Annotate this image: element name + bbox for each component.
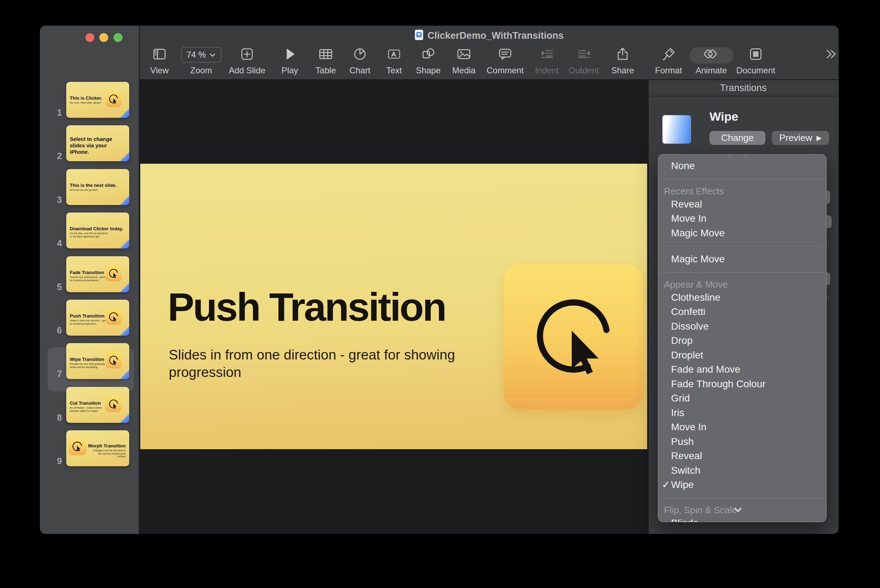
shape-icon bbox=[420, 46, 436, 64]
outdent-icon bbox=[576, 46, 592, 64]
slide-thumbnail-1[interactable]: This is Clicker.No more "Next slide, ple… bbox=[66, 82, 129, 118]
menu-item-none[interactable]: None bbox=[658, 159, 826, 173]
current-slide[interactable]: Push Transition Slides in from one direc… bbox=[140, 164, 647, 449]
menu-item-magic-move[interactable]: Magic Move bbox=[658, 252, 826, 267]
thumb-app-tile bbox=[105, 308, 122, 325]
slide-number: 1 bbox=[40, 107, 62, 118]
menu-divider bbox=[660, 498, 824, 498]
play-glyph-icon: ▶ bbox=[816, 134, 822, 142]
menu-item-switch[interactable]: Switch bbox=[658, 464, 826, 478]
slide-navigator: 1This is Clicker.No more "Next slide, pl… bbox=[40, 80, 139, 534]
menu-item-reveal[interactable]: Reveal bbox=[658, 449, 826, 464]
zoom-level-dropdown[interactable]: 74 % bbox=[181, 47, 222, 63]
slide-number: 2 bbox=[40, 150, 62, 161]
thumb-subtitle: On the Mac- and iPhone AppStore or via h… bbox=[70, 232, 109, 238]
zoom-window-button[interactable] bbox=[114, 33, 123, 42]
menu-item-push[interactable]: Push bbox=[658, 435, 826, 449]
menu-item-confetti[interactable]: Confetti bbox=[658, 304, 826, 319]
thumb-app-tile bbox=[105, 396, 122, 412]
preview-button-label: Preview bbox=[779, 132, 812, 144]
indent-icon bbox=[538, 46, 555, 64]
toolbar-more-button[interactable] bbox=[801, 45, 839, 80]
menu-item-droplet[interactable]: Droplet bbox=[658, 348, 826, 363]
close-button[interactable] bbox=[85, 33, 94, 42]
slide-thumbnail-3[interactable]: This is the next slide.And now we can go… bbox=[66, 169, 129, 205]
slide-thumbnail-9[interactable]: Morph TransitionChanges from the last sl… bbox=[66, 430, 129, 466]
toolbar-label: Play bbox=[282, 66, 298, 75]
folded-corner-decoration bbox=[120, 239, 129, 249]
thumb-title: Wipe Transition bbox=[70, 357, 104, 362]
menu-divider bbox=[660, 246, 824, 246]
thumb-subtitle: No animation - instant switch between sl… bbox=[70, 406, 109, 412]
menu-item-magic-move[interactable]: Magic Move bbox=[658, 226, 826, 241]
minimize-button[interactable] bbox=[99, 33, 108, 42]
slide-thumbnail-8[interactable]: Cut TransitionNo animation - instant swi… bbox=[66, 387, 129, 423]
folded-corner-decoration bbox=[120, 196, 129, 205]
slide-thumbnail-7[interactable]: Wipe TransitionReveals the new slide gra… bbox=[66, 343, 129, 379]
thumb-title: Select to change slides via your iPhone. bbox=[70, 136, 123, 155]
slide-number: 9 bbox=[40, 456, 62, 466]
checkmark-icon: ✓ bbox=[662, 478, 670, 492]
menu-item-move-in[interactable]: Move In bbox=[658, 212, 826, 226]
toolbar-label: Document bbox=[736, 66, 775, 75]
thumb-title: Download Clicker today. bbox=[70, 226, 123, 231]
slide-number: 4 bbox=[40, 238, 62, 249]
thumb-app-tile bbox=[105, 265, 122, 282]
slide-thumbnail-5[interactable]: Fade TransitionSmooth and professional -… bbox=[66, 256, 129, 292]
toolbar-label: Add Slide bbox=[229, 66, 265, 75]
transition-preview-thumbnail bbox=[662, 115, 691, 144]
transition-effects-menu: NoneRecent EffectsRevealMove InMagic Mov… bbox=[658, 154, 827, 522]
document-icon bbox=[748, 46, 764, 64]
menu-item-move-in[interactable]: Move In bbox=[658, 420, 826, 435]
thumb-app-tile bbox=[105, 90, 122, 107]
folded-corner-decoration bbox=[120, 370, 129, 379]
menu-item-wipe[interactable]: ✓Wipe bbox=[658, 478, 826, 492]
preview-button[interactable]: Preview ▶ bbox=[772, 131, 829, 145]
more-icon bbox=[822, 46, 838, 64]
menu-item-iris[interactable]: Iris bbox=[658, 406, 826, 420]
menu-item-dissolve[interactable]: Dissolve bbox=[658, 319, 826, 334]
current-effect-name: Wipe bbox=[709, 110, 738, 123]
folded-corner-decoration bbox=[120, 108, 129, 118]
zoom-level-value: 74 % bbox=[187, 50, 206, 60]
menu-divider bbox=[660, 179, 824, 179]
slide-number: 7 bbox=[40, 368, 62, 379]
slide-subtitle: Slides in from one direction - great for… bbox=[169, 346, 482, 381]
folded-corner-decoration bbox=[120, 414, 129, 423]
view-icon bbox=[151, 46, 168, 64]
menu-item-drop[interactable]: Drop bbox=[658, 333, 826, 348]
thumb-subtitle: Slides in from one direction - great for… bbox=[70, 319, 109, 326]
thumb-title: Push Transition bbox=[70, 313, 105, 318]
menu-item-blinds[interactable]: Blinds bbox=[658, 516, 826, 522]
animate-icon bbox=[703, 46, 720, 64]
titlebar: ClickerDemo_WithTransitions bbox=[139, 26, 839, 45]
toolbar-label: Format bbox=[655, 66, 682, 75]
play-icon bbox=[282, 46, 298, 64]
toolbar-document-button[interactable]: Document bbox=[727, 45, 784, 80]
menu-item-grid[interactable]: Grid bbox=[658, 391, 826, 406]
slide-thumbnail-6[interactable]: Push TransitionSlides in from one direct… bbox=[66, 300, 129, 336]
slide-thumbnail-4[interactable]: Download Clicker today.On the Mac- and i… bbox=[66, 213, 129, 249]
thumb-subtitle: And now we can go back. bbox=[70, 189, 109, 192]
thumb-app-tile bbox=[105, 352, 122, 368]
thumb-app-tile bbox=[68, 437, 86, 455]
chevron-down-icon bbox=[209, 50, 216, 60]
slide-thumbnail-2[interactable]: Select to change slides via your iPhone. bbox=[66, 125, 129, 161]
keynote-window: ClickerDemo_WithTransitions View74 %Zoom… bbox=[40, 26, 839, 534]
menu-item-reveal[interactable]: Reveal bbox=[658, 197, 826, 212]
folded-corner-decoration bbox=[120, 283, 129, 292]
thumb-title: Cut Transition bbox=[70, 400, 101, 406]
thumb-subtitle: Reveals the new slide gradually - works … bbox=[70, 363, 109, 369]
share-icon bbox=[615, 46, 631, 64]
panel-header: Transitions bbox=[648, 82, 839, 94]
menu-item-clothesline[interactable]: Clothesline bbox=[658, 291, 826, 305]
change-button[interactable]: Change bbox=[709, 131, 765, 145]
slide-number: 8 bbox=[40, 412, 62, 423]
menu-item-fade-and-move[interactable]: Fade and Move bbox=[658, 362, 826, 377]
comment-icon bbox=[497, 46, 513, 64]
toolbar-label: Zoom bbox=[190, 66, 212, 75]
clicker-logo-icon bbox=[529, 292, 618, 381]
slide-number: 5 bbox=[40, 282, 62, 292]
menu-item-fade-through-colour[interactable]: Fade Through Colour bbox=[658, 377, 826, 392]
desktop: ClickerDemo_WithTransitions View74 %Zoom… bbox=[0, 0, 880, 588]
